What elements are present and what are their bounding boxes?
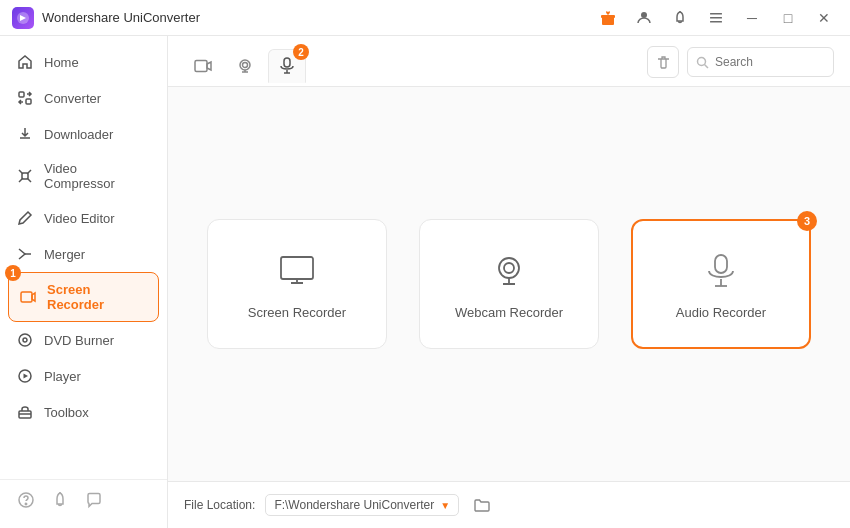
- svg-rect-20: [195, 61, 207, 72]
- sidebar-item-merger[interactable]: Merger: [0, 236, 167, 272]
- svg-rect-7: [710, 21, 722, 23]
- titlebar: Wondershare UniConverter ─ □ ✕: [0, 0, 850, 36]
- merge-icon: [16, 245, 34, 263]
- monitor-icon: [275, 249, 319, 293]
- sidebar-label-dvd-burner: DVD Burner: [44, 333, 114, 348]
- svg-rect-8: [19, 92, 24, 97]
- svg-line-27: [705, 64, 709, 68]
- sidebar-item-home[interactable]: Home: [0, 44, 167, 80]
- content-area: 2 Screen Recorder: [168, 36, 850, 528]
- sidebar-item-player[interactable]: Player: [0, 358, 167, 394]
- svg-rect-9: [26, 99, 31, 104]
- search-icon: [696, 56, 709, 69]
- search-box: [687, 47, 834, 77]
- titlebar-controls: ─ □ ✕: [594, 4, 838, 32]
- sidebar: Home Converter Downloader Video Compress…: [0, 36, 168, 528]
- audio-recorder-card[interactable]: 3 Audio Recorder: [631, 219, 811, 349]
- svg-rect-5: [710, 13, 722, 15]
- svg-point-18: [25, 503, 26, 504]
- cards-area: Screen Recorder Webcam Recorder 3 Audio …: [168, 87, 850, 481]
- sidebar-item-converter[interactable]: Converter: [0, 80, 167, 116]
- sidebar-label-video-editor: Video Editor: [44, 211, 115, 226]
- notification-icon[interactable]: [50, 490, 70, 510]
- sidebar-label-screen-recorder: Screen Recorder: [47, 282, 148, 312]
- screen-recorder-card-label: Screen Recorder: [248, 305, 346, 320]
- svg-point-13: [23, 338, 27, 342]
- sidebar-bottom: [0, 479, 167, 520]
- svg-point-29: [499, 258, 519, 278]
- sidebar-label-home: Home: [44, 55, 79, 70]
- user-icon[interactable]: [630, 4, 658, 32]
- svg-rect-11: [21, 292, 32, 302]
- svg-point-21: [240, 60, 250, 70]
- sidebar-item-video-compressor[interactable]: Video Compressor: [0, 152, 167, 200]
- downloader-icon: [16, 125, 34, 143]
- audio-recorder-card-label: Audio Recorder: [676, 305, 766, 320]
- dvd-icon: [16, 331, 34, 349]
- svg-point-26: [698, 57, 706, 65]
- gift-icon[interactable]: [594, 4, 622, 32]
- tab-audio-recorder[interactable]: 2: [268, 49, 306, 83]
- svg-point-30: [504, 263, 514, 273]
- file-location-path[interactable]: F:\Wondershare UniConverter ▼: [265, 494, 459, 516]
- file-location-label: File Location:: [184, 498, 255, 512]
- play-icon: [16, 367, 34, 385]
- app-icon: [12, 7, 34, 29]
- sidebar-label-converter: Converter: [44, 91, 101, 106]
- help-icon[interactable]: [16, 490, 36, 510]
- maximize-button[interactable]: □: [774, 4, 802, 32]
- sidebar-item-video-editor[interactable]: Video Editor: [0, 200, 167, 236]
- sidebar-item-toolbox[interactable]: Toolbox: [0, 394, 167, 430]
- toolbar-right: [647, 46, 834, 86]
- svg-rect-6: [710, 17, 722, 19]
- sidebar-item-screen-recorder[interactable]: 1 Screen Recorder: [8, 272, 159, 322]
- sidebar-label-toolbox: Toolbox: [44, 405, 89, 420]
- sidebar-label-downloader: Downloader: [44, 127, 113, 142]
- open-folder-button[interactable]: [469, 492, 495, 518]
- record-icon: [19, 288, 37, 306]
- tab-bar: 2: [168, 36, 850, 87]
- file-path-text: F:\Wondershare UniConverter: [274, 498, 434, 512]
- svg-rect-28: [281, 257, 313, 279]
- delete-button[interactable]: [647, 46, 679, 78]
- sidebar-label-video-compressor: Video Compressor: [44, 161, 151, 191]
- svg-point-12: [19, 334, 31, 346]
- svg-rect-31: [715, 255, 727, 273]
- feedback-icon[interactable]: [84, 490, 104, 510]
- svg-rect-1: [602, 17, 614, 25]
- close-button[interactable]: ✕: [810, 4, 838, 32]
- sidebar-badge-screen-recorder: 1: [5, 265, 21, 281]
- webcam-recorder-card-label: Webcam Recorder: [455, 305, 563, 320]
- screen-recorder-card[interactable]: Screen Recorder: [207, 219, 387, 349]
- bell-icon[interactable]: [666, 4, 694, 32]
- path-chevron-icon: ▼: [440, 500, 450, 511]
- sidebar-item-downloader[interactable]: Downloader: [0, 116, 167, 152]
- svg-rect-2: [601, 15, 615, 18]
- svg-point-22: [243, 63, 248, 68]
- minimize-button[interactable]: ─: [738, 4, 766, 32]
- menu-icon[interactable]: [702, 4, 730, 32]
- converter-icon: [16, 89, 34, 107]
- home-icon: [16, 53, 34, 71]
- svg-rect-23: [284, 58, 290, 67]
- sidebar-label-player: Player: [44, 369, 81, 384]
- titlebar-left: Wondershare UniConverter: [12, 7, 200, 29]
- toolbox-icon: [16, 403, 34, 421]
- webcam-recorder-card[interactable]: Webcam Recorder: [419, 219, 599, 349]
- tab-video-recorder[interactable]: [184, 49, 222, 83]
- tab-badge-audio: 2: [293, 44, 309, 60]
- footer: File Location: F:\Wondershare UniConvert…: [168, 481, 850, 528]
- tab-webcam-recorder[interactable]: [226, 49, 264, 83]
- main-layout: Home Converter Downloader Video Compress…: [0, 36, 850, 528]
- search-input[interactable]: [715, 55, 825, 69]
- edit-icon: [16, 209, 34, 227]
- sidebar-item-dvd-burner[interactable]: DVD Burner: [0, 322, 167, 358]
- compress-icon: [16, 167, 34, 185]
- webcam-card-icon: [487, 249, 531, 293]
- microphone-icon: [699, 249, 743, 293]
- app-title: Wondershare UniConverter: [42, 10, 200, 25]
- svg-point-3: [641, 12, 647, 18]
- sidebar-label-merger: Merger: [44, 247, 85, 262]
- audio-card-badge: 3: [797, 211, 817, 231]
